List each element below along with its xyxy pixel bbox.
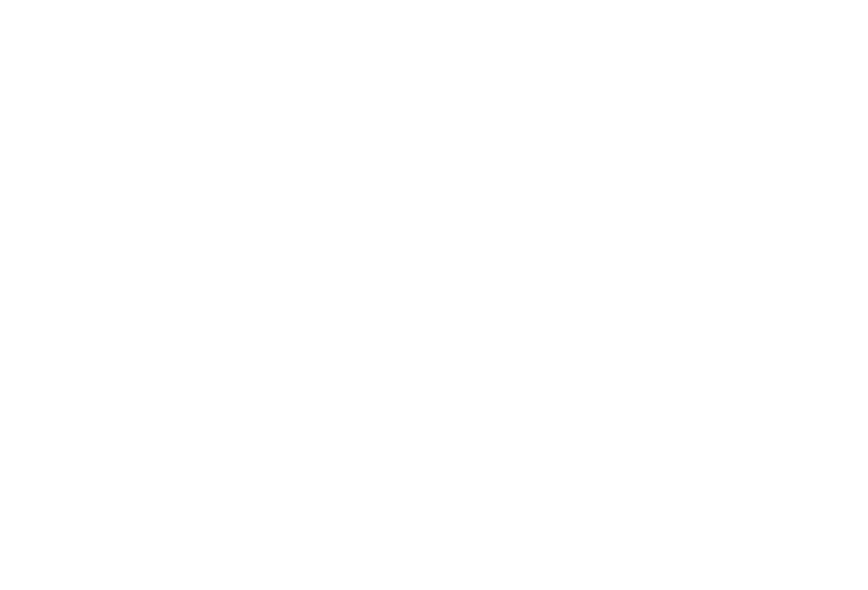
chart-canvas (0, 0, 868, 590)
figure (0, 0, 868, 590)
